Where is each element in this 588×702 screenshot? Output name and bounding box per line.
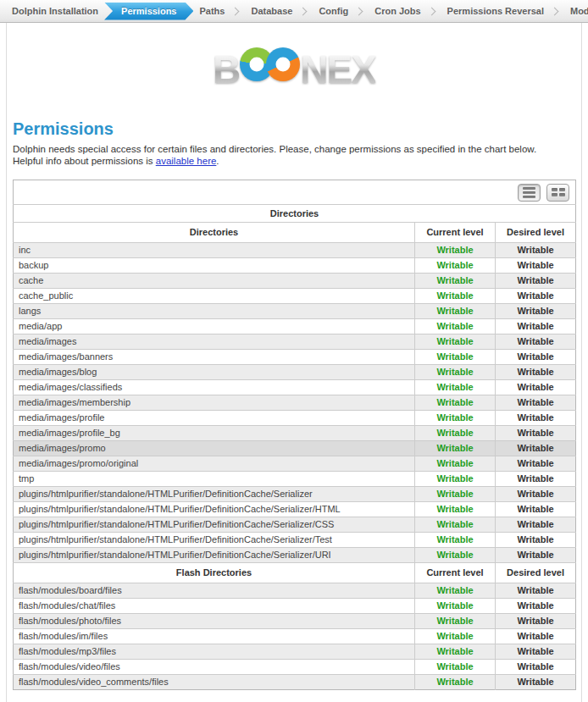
- desired-level-value: Writable: [496, 533, 576, 548]
- directory-path: media/images/promo: [14, 441, 415, 456]
- table-row: media/appWritableWritable: [14, 319, 576, 334]
- page-description: Dolphin needs special access for certain…: [13, 143, 575, 167]
- logo-letters-nex: NEX: [300, 47, 375, 91]
- current-level-value: Writable: [415, 456, 496, 472]
- directory-path: flash/modules/mp3/files: [14, 644, 415, 660]
- desired-level-value: Writable: [496, 441, 576, 456]
- table-row: tmpWritableWritable: [14, 472, 576, 487]
- table-row: cache_publicWritableWritable: [14, 289, 576, 304]
- current-level-value: Writable: [415, 548, 496, 563]
- desired-level-value: Writable: [496, 411, 576, 426]
- directory-path: flash/modules/board/files: [14, 583, 415, 599]
- current-level-value: Writable: [415, 289, 496, 304]
- table-row: plugins/htmlpurifier/standalone/HTMLPuri…: [14, 502, 576, 517]
- desired-level-value: Writable: [496, 456, 576, 472]
- current-level-value: Writable: [415, 660, 496, 675]
- list-view-button[interactable]: [518, 184, 541, 202]
- desired-level-value: Writable: [496, 350, 576, 365]
- desired-level-value: Writable: [496, 304, 576, 319]
- nav-step-cron-jobs[interactable]: Cron Jobs: [369, 6, 425, 16]
- table-row: flash/modules/video/filesWritableWritabl…: [14, 660, 576, 675]
- desired-level-value: Writable: [496, 548, 576, 563]
- current-level-value: Writable: [415, 334, 496, 350]
- directory-path: media/images: [14, 334, 415, 350]
- desired-level-value: Writable: [496, 614, 576, 629]
- nav-step-permissions-reversal[interactable]: Permissions Reversal: [442, 6, 549, 16]
- current-level-value: Writable: [415, 629, 496, 644]
- current-level-value: Writable: [415, 502, 496, 517]
- current-level-value: Writable: [415, 350, 496, 365]
- table-row: media/images/membershipWritableWritable: [14, 395, 576, 411]
- nav-step-permissions[interactable]: Permissions: [104, 3, 193, 20]
- table-row: flash/modules/video_comments/filesWritab…: [14, 675, 576, 690]
- installation-steps-nav: Dolphin InstallationPermissionsPathsData…: [0, 0, 588, 23]
- directory-path: backup: [14, 258, 415, 274]
- desired-level-value: Writable: [496, 599, 576, 614]
- current-level-value: Writable: [415, 258, 496, 274]
- permissions-table-body: Directories DirectoriesCurrent levelDesi…: [14, 180, 576, 690]
- table-row: backupWritableWritable: [14, 258, 576, 274]
- current-level-value: Writable: [415, 644, 496, 660]
- chevron-separator-icon: [231, 7, 240, 15]
- chevron-separator-icon: [551, 7, 559, 15]
- logo-letter-b: B: [213, 47, 239, 91]
- directory-path: media/app: [14, 319, 415, 334]
- table-row: media/imagesWritableWritable: [14, 334, 576, 350]
- grid-view-button[interactable]: [546, 184, 569, 202]
- table-row: flash/modules/photo/filesWritableWritabl…: [14, 614, 576, 629]
- nav-step-dolphin-installation[interactable]: Dolphin Installation: [7, 6, 103, 16]
- directory-path: cache: [14, 274, 415, 289]
- table-row: media/images/profile_bgWritableWritable: [14, 426, 576, 441]
- chevron-separator-icon: [427, 7, 435, 15]
- description-line2: Helpful info about permissions is: [13, 156, 156, 166]
- current-level-value: Writable: [415, 395, 496, 411]
- nav-step-config[interactable]: Config: [313, 6, 353, 16]
- table-row: cacheWritableWritable: [14, 274, 576, 289]
- column-desired-level: Desired level: [496, 563, 576, 583]
- table-row: plugins/htmlpurifier/standalone/HTMLPuri…: [14, 487, 576, 502]
- desired-level-value: Writable: [496, 319, 576, 334]
- list-view-icon: [523, 187, 535, 198]
- table-row: media/images/promo/originalWritableWrita…: [14, 456, 576, 472]
- current-level-value: Writable: [415, 319, 496, 334]
- table-row: media/images/classifiedsWritableWritable: [14, 380, 576, 395]
- current-level-value: Writable: [415, 274, 496, 289]
- page-panel: BNEX Permissions Dolphin needs special a…: [6, 23, 582, 702]
- directory-path: media/images/profile: [14, 411, 415, 426]
- desired-level-value: Writable: [496, 334, 576, 350]
- desired-level-value: Writable: [496, 243, 576, 258]
- current-level-value: Writable: [415, 426, 496, 441]
- current-level-value: Writable: [415, 365, 496, 380]
- directory-path: media/images/profile_bg: [14, 426, 415, 441]
- nav-step-modules[interactable]: Modules: [565, 6, 588, 16]
- desired-level-value: Writable: [496, 289, 576, 304]
- table-caption-row: Directories: [14, 205, 576, 223]
- directory-path: plugins/htmlpurifier/standalone/HTMLPuri…: [14, 548, 415, 563]
- current-level-value: Writable: [415, 472, 496, 487]
- current-level-value: Writable: [415, 441, 496, 456]
- directory-path: flash/modules/video_comments/files: [14, 675, 415, 690]
- current-level-value: Writable: [415, 243, 496, 258]
- current-level-value: Writable: [415, 533, 496, 548]
- view-toolbar-row: [14, 180, 576, 205]
- section-header-row: DirectoriesCurrent levelDesired level: [14, 223, 576, 243]
- description-suffix: .: [216, 156, 219, 166]
- permissions-info-link[interactable]: available here: [156, 156, 217, 166]
- directory-path: flash/modules/video/files: [14, 660, 415, 675]
- desired-level-value: Writable: [496, 487, 576, 502]
- nav-step-paths[interactable]: Paths: [194, 6, 230, 16]
- table-row: plugins/htmlpurifier/standalone/HTMLPuri…: [14, 533, 576, 548]
- table-row: langsWritableWritable: [14, 304, 576, 319]
- section-title: Directories: [14, 223, 415, 243]
- desired-level-value: Writable: [496, 365, 576, 380]
- nav-step-database[interactable]: Database: [246, 6, 297, 16]
- description-line1: Dolphin needs special access for certain…: [13, 144, 536, 154]
- table-row: plugins/htmlpurifier/standalone/HTMLPuri…: [14, 548, 576, 563]
- table-row: flash/modules/im/filesWritableWritable: [14, 629, 576, 644]
- table-row: media/images/profileWritableWritable: [14, 411, 576, 426]
- grid-view-icon: [552, 188, 565, 196]
- table-row: media/images/blogWritableWritable: [14, 365, 576, 380]
- directory-path: flash/modules/im/files: [14, 629, 415, 644]
- page-title: Permissions: [13, 119, 575, 139]
- current-level-value: Writable: [415, 487, 496, 502]
